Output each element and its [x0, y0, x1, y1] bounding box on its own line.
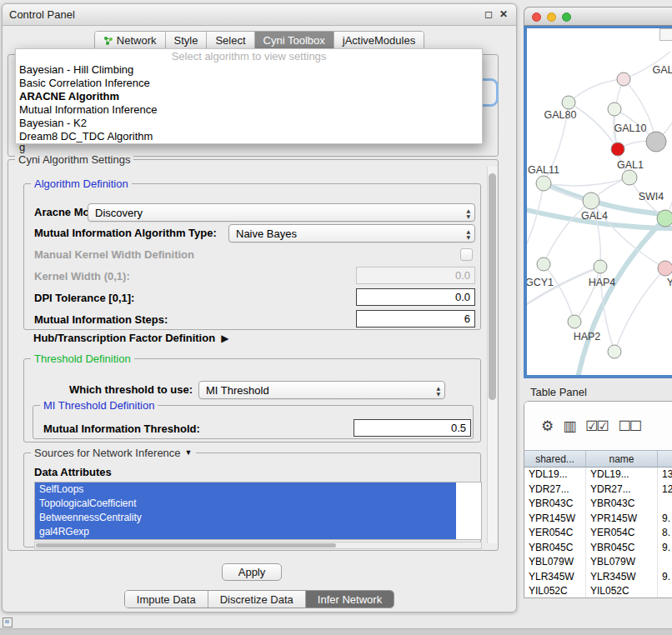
- network-canvas[interactable]: GALGAL80GAL10GAL11GAL1SWI4GAL4GCY1HAP4YH…: [524, 26, 672, 378]
- float-window-icon[interactable]: ◻: [483, 8, 494, 20]
- table-cell: 12: [658, 482, 672, 498]
- zoom-traffic-light[interactable]: [562, 12, 571, 22]
- mi-type-select[interactable]: Naive Bayes ▲▼: [228, 224, 475, 242]
- network-node[interactable]: [536, 176, 551, 191]
- network-node[interactable]: [611, 142, 624, 156]
- data-attribute-item[interactable]: TopologicalCoefficient: [35, 497, 456, 511]
- tab-jactivemodules[interactable]: jActiveModules: [334, 32, 424, 49]
- column-header-name[interactable]: name: [586, 451, 658, 467]
- tab-select[interactable]: Select: [207, 32, 254, 49]
- algorithm-option[interactable]: Dream8 DC_TDC Algorithm: [16, 130, 482, 143]
- deselect-all-icon[interactable]: ☐☐: [619, 418, 640, 434]
- algorithm-option[interactable]: Bayesian - Hill Climbing: [16, 63, 482, 77]
- network-node[interactable]: [608, 102, 621, 116]
- table-row[interactable]: YDL19...YDL19...13: [524, 468, 672, 482]
- network-edge[interactable]: [527, 183, 544, 262]
- table-row[interactable]: YDR27...YDR27...12: [524, 482, 672, 498]
- settings-scrollbar[interactable]: [487, 167, 497, 543]
- table-row[interactable]: YIL052CYIL052C: [524, 584, 672, 598]
- data-attributes-list[interactable]: SelfLoopsTopologicalCoefficientBetweenne…: [34, 482, 482, 540]
- table-cell: YDL19...: [586, 468, 658, 482]
- network-edge[interactable]: [569, 79, 624, 102]
- bottom-tab-infer-network[interactable]: Infer Network: [306, 591, 394, 608]
- network-node[interactable]: [617, 72, 630, 86]
- threshold-definition-title: Threshold Definition: [31, 352, 134, 365]
- algorithm-option[interactable]: ARACNE Algorithm: [16, 90, 482, 103]
- table-row[interactable]: YLR345WYLR345W9.: [524, 570, 672, 585]
- close-traffic-light[interactable]: [532, 12, 541, 22]
- mi-threshold-input[interactable]: [354, 419, 471, 437]
- columns-icon[interactable]: ▥: [563, 418, 574, 434]
- tab-style[interactable]: Style: [166, 32, 208, 49]
- table-row[interactable]: YBR045CYBR045C9.: [524, 541, 672, 556]
- algorithm-option[interactable]: Basic Correlation Inference: [16, 77, 482, 90]
- table-cell: YER054C: [586, 526, 658, 541]
- network-node[interactable]: [562, 96, 575, 109]
- which-threshold-value: MI Threshold: [206, 384, 269, 397]
- tab-network[interactable]: Network: [95, 32, 166, 49]
- algorithm-dropdown-popup: Select algorithm to view settings Bayesi…: [15, 48, 483, 144]
- network-node-label: GAL4: [581, 210, 608, 222]
- network-node-label: GAL80: [544, 109, 577, 121]
- settings-group-title: Cyni Algorithm Settings: [15, 153, 133, 166]
- network-node[interactable]: [594, 260, 607, 273]
- dpi-tolerance-input[interactable]: [356, 288, 475, 306]
- data-attribute-item[interactable]: gal4RGexp: [35, 525, 456, 539]
- mi-steps-label: Mutual Information Steps:: [34, 313, 168, 326]
- table-cell: 13: [658, 468, 672, 482]
- tab-label: Select: [215, 34, 245, 47]
- list-horizontal-scrollbar[interactable]: [34, 542, 482, 549]
- table-cell: YPR145W: [524, 512, 586, 527]
- tab-cyni-toolbox[interactable]: Cyni Toolbox: [255, 32, 334, 49]
- close-panel-icon[interactable]: ✕: [498, 8, 509, 20]
- network-node[interactable]: [568, 315, 581, 328]
- network-node[interactable]: [657, 210, 672, 227]
- network-window-titlebar[interactable]: [524, 7, 672, 26]
- hub-transcription-section[interactable]: Hub/Transcription Factor Definition ▶: [33, 332, 228, 344]
- which-threshold-label: Which threshold to use:: [69, 383, 193, 396]
- table-row[interactable]: YER054CYER054C8.: [524, 526, 672, 541]
- network-node[interactable]: [608, 345, 621, 358]
- minimized-panel-icon[interactable]: [3, 618, 13, 628]
- table-row[interactable]: YPR145WYPR145W9.: [524, 512, 672, 527]
- column-header-extra[interactable]: [658, 451, 672, 467]
- network-node-label: GCY1: [527, 277, 554, 288]
- bottom-tab-impute-data[interactable]: Impute Data: [125, 591, 208, 608]
- network-node[interactable]: [537, 258, 550, 271]
- settings-scrollbar-thumb[interactable]: [489, 173, 496, 400]
- algorithm-option[interactable]: Bayesian - K2: [16, 117, 482, 130]
- network-node[interactable]: [622, 170, 637, 185]
- aracne-mode-select[interactable]: Discovery ▲▼: [88, 203, 475, 222]
- network-node[interactable]: [646, 132, 666, 152]
- network-edge[interactable]: [544, 178, 629, 186]
- gear-icon[interactable]: ⚙: [541, 418, 552, 434]
- network-edge[interactable]: [544, 264, 574, 322]
- network-edge[interactable]: [614, 268, 665, 352]
- select-all-icon[interactable]: ☑☑: [585, 418, 607, 434]
- kernel-width-input[interactable]: [356, 267, 475, 284]
- mi-steps-input[interactable]: [356, 310, 475, 328]
- table-cell: 9.: [658, 570, 672, 585]
- network-node-label: SWI4: [639, 191, 664, 202]
- minimize-traffic-light[interactable]: [547, 12, 556, 22]
- column-header-shared-[interactable]: shared...: [524, 451, 586, 467]
- table-cell: YDR27...: [586, 482, 658, 498]
- canvas-scroll-button[interactable]: [659, 28, 672, 41]
- table-row[interactable]: YBL079WYBL079W: [524, 555, 672, 570]
- bottom-tab-discretize-data[interactable]: Discretize Data: [208, 591, 306, 608]
- algorithm-option[interactable]: Mutual Information Inference: [16, 103, 482, 117]
- tab-label: Style: [174, 34, 198, 47]
- data-attribute-item[interactable]: BetweennessCentrality: [35, 511, 456, 525]
- sources-title-row[interactable]: Sources for Network Inference ▼: [31, 447, 196, 459]
- apply-button[interactable]: Apply: [222, 563, 282, 581]
- which-threshold-select[interactable]: MI Threshold ▲▼: [198, 381, 445, 399]
- status-strip: [0, 628, 672, 635]
- data-attribute-item[interactable]: SelfLoops: [35, 482, 456, 497]
- table-row[interactable]: YBR043CYBR043C: [524, 497, 672, 512]
- dropdown-placeholder: Select algorithm to view settings: [16, 50, 482, 63]
- table-cell: YER054C: [524, 526, 586, 541]
- list-horizontal-scrollbar-thumb[interactable]: [36, 543, 336, 548]
- network-node[interactable]: [658, 261, 672, 276]
- manual-kernel-checkbox[interactable]: [460, 248, 473, 261]
- network-node[interactable]: [583, 192, 599, 209]
